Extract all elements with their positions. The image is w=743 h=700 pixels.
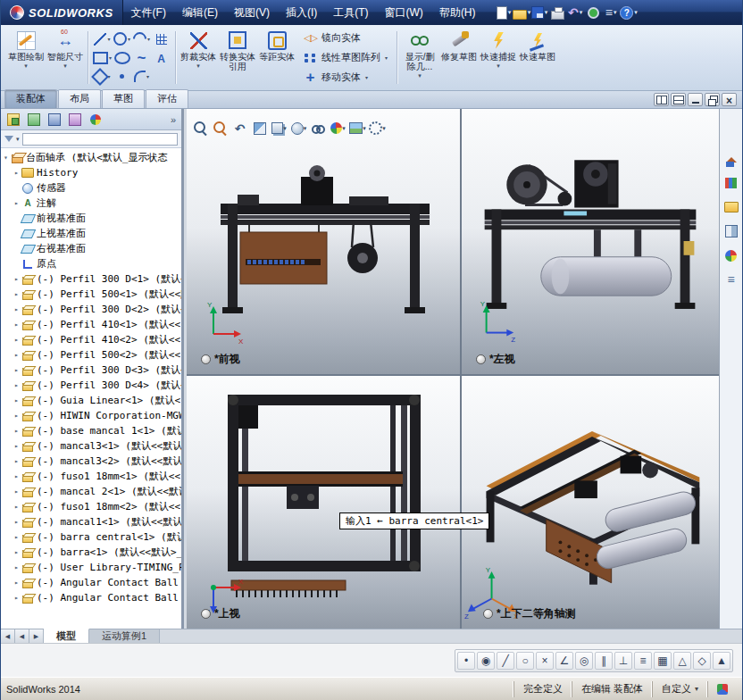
tree-item[interactable]: ▸ 注解	[1, 196, 181, 211]
window-control-button[interactable]	[654, 93, 669, 106]
sketch-tool-button[interactable]: ▾	[93, 30, 112, 48]
view-toolbar-button[interactable]: ▾	[369, 120, 386, 137]
expander-icon[interactable]: ▸	[12, 366, 21, 374]
window-control-button[interactable]	[722, 93, 737, 106]
tree-item[interactable]: 右视基准面	[1, 241, 181, 256]
panel-tab[interactable]	[46, 111, 63, 128]
tree-item[interactable]: ▸ (-) User Library-TIMING_PU	[1, 560, 181, 575]
ribbon-large-button[interactable]: 转换实体引用	[218, 27, 257, 88]
snap-button[interactable]: ×	[536, 652, 554, 670]
expander-icon[interactable]: ▸	[12, 381, 21, 389]
window-control-button[interactable]	[705, 93, 720, 106]
snap-button[interactable]: ◇	[693, 652, 711, 670]
tree-item[interactable]: ▸ (-) Perfil 300 D<1> (默认<	[1, 271, 181, 287]
snap-button[interactable]: ◎	[575, 652, 593, 670]
view-toolbar-button[interactable]	[212, 120, 229, 137]
snap-button[interactable]: ⊥	[614, 652, 632, 670]
window-control-button[interactable]	[671, 93, 686, 106]
menu-item[interactable]: 文件(F)	[123, 0, 174, 25]
tree-item[interactable]: ▸ (-) Perfil 500<1> (默认<<默	[1, 287, 181, 302]
ribbon-large-button[interactable]: 快速捕捉 ▾	[479, 27, 518, 88]
menu-item[interactable]: 工具(T)	[325, 0, 376, 25]
tree-item[interactable]: ▸ (-) fuso1 18mm<2> (默认<<	[1, 499, 181, 514]
expander-icon[interactable]: ▸	[12, 199, 21, 207]
quick-toolbar-button[interactable]: ▾	[514, 5, 530, 21]
task-pane-tab[interactable]	[722, 246, 740, 264]
snap-button[interactable]: ∠	[555, 652, 573, 670]
ribbon-large-button[interactable]: 显示/删除几... ▾	[400, 27, 439, 88]
panel-tab[interactable]	[4, 111, 21, 128]
view-toolbar-button[interactable]	[192, 120, 209, 137]
expander-icon[interactable]: ▸	[12, 427, 21, 435]
tree-item[interactable]: ▸ (-) base mancal 1<1> (默认	[1, 423, 181, 438]
tree-item[interactable]: ▸ (-) Perfil 410<1> (默认<<	[1, 317, 181, 332]
expander-icon[interactable]: ▸	[12, 321, 21, 329]
sketch-tool-button[interactable]: ▾	[93, 49, 112, 67]
tree-item[interactable]: ▸ (-) mancal 2<1> (默认<<默认	[1, 484, 181, 499]
tree-item[interactable]: 传感器	[1, 180, 181, 196]
menu-item[interactable]: 帮助(H)	[431, 0, 484, 25]
tree-item[interactable]: ▸ History	[1, 165, 181, 180]
model-tab[interactable]: 运动算例1	[89, 629, 160, 643]
snap-button[interactable]: ╱	[497, 652, 514, 670]
tree-root-item[interactable]: ▾ 台面轴承 (默认<默认_显示状态	[1, 150, 181, 165]
tree-item[interactable]: ▸ (-) fuso1 18mm<1> (默认<<	[1, 469, 181, 484]
view-toolbar-button[interactable]: ▾	[271, 120, 288, 137]
expander-icon[interactable]: ▸	[12, 351, 21, 359]
expander-icon[interactable]: ▸	[12, 518, 21, 526]
ribbon-stack-button[interactable]: 镜向实体	[299, 29, 391, 47]
snap-button[interactable]: ▦	[654, 652, 672, 670]
menu-item[interactable]: 视图(V)	[226, 0, 278, 25]
sketch-tool-button[interactable]	[113, 68, 131, 86]
expander-icon[interactable]: ▸	[12, 533, 21, 541]
view-toolbar-button[interactable]: ▾	[349, 120, 366, 137]
tab-scroll-button[interactable]: ◀	[1, 629, 15, 643]
command-tab[interactable]: 草图	[102, 89, 145, 108]
status-tray[interactable]	[707, 681, 737, 697]
quick-toolbar-button[interactable]: ▾	[604, 5, 619, 21]
quick-toolbar-button[interactable]	[586, 5, 601, 21]
tree-item[interactable]: ▸ (-) Perfil 500<2> (默认<<	[1, 347, 181, 362]
model-tab[interactable]: 模型	[44, 629, 89, 643]
view-toolbar-button[interactable]	[231, 120, 248, 137]
sketch-tool-button[interactable]	[132, 49, 151, 67]
ribbon-large-button[interactable]: 等距实体	[257, 27, 296, 88]
ribbon-large-button[interactable]: 快速草图	[518, 27, 557, 88]
snap-button[interactable]: △	[673, 652, 691, 670]
panel-overflow-chevron[interactable]: »	[171, 114, 178, 125]
view-toolbar-button[interactable]	[251, 120, 268, 137]
expander-icon[interactable]: ▸	[12, 442, 21, 450]
expander-icon[interactable]: ▸	[12, 594, 21, 602]
command-tab[interactable]: 评估	[146, 89, 188, 108]
tree-item[interactable]: ▸ (-) Angular Contact Ball B	[1, 590, 181, 605]
tree-item[interactable]: ▸ (-) mancal3<2> (默认<<默认>	[1, 454, 181, 469]
filter-input[interactable]	[22, 133, 178, 146]
snap-button[interactable]: ▲	[713, 652, 730, 670]
menu-item[interactable]: 编辑(E)	[174, 0, 226, 25]
filter-funnel-icon[interactable]	[4, 136, 13, 146]
panel-tab[interactable]	[66, 111, 83, 128]
expander-icon[interactable]: ▸	[12, 472, 21, 480]
quick-toolbar-button[interactable]	[550, 5, 565, 21]
ribbon-large-button[interactable]: 智能尺寸 ▾	[46, 27, 85, 88]
tree-item[interactable]: ▸ (-) Perfil 300 D<2> (默认<	[1, 302, 181, 317]
view-toolbar-button[interactable]: ▾	[330, 120, 346, 137]
sketch-tool-button[interactable]: ▾	[93, 68, 112, 86]
expander-icon[interactable]: ▸	[12, 169, 21, 177]
tree-item[interactable]: ▸ (-) barra<1> (默认<<默认>_	[1, 545, 181, 560]
tree-item[interactable]: ▸ (-) mancal1<1> (默认<<默认>	[1, 514, 181, 529]
snap-button[interactable]: ◉	[477, 652, 495, 670]
tree-item[interactable]: 上视基准面	[1, 226, 181, 241]
view-toolbar-button[interactable]: ▾	[290, 120, 307, 137]
expander-icon[interactable]: ▸	[12, 503, 21, 511]
expander-icon[interactable]: ▸	[12, 336, 21, 344]
expander-icon[interactable]: ▸	[12, 275, 21, 283]
sketch-tool-button[interactable]	[152, 30, 171, 48]
command-tab[interactable]: 布局	[58, 89, 101, 108]
expander-icon[interactable]: ▸	[12, 412, 21, 420]
sketch-tool-button[interactable]: ▾	[132, 30, 151, 48]
tree-item[interactable]: ▸ (-) barra central<1> (默认	[1, 529, 181, 545]
tree-item[interactable]: ▸ (-) Perfil 410<2> (默认<<	[1, 332, 181, 347]
viewport-front[interactable]: YX *前视	[187, 109, 460, 374]
tab-scroll-button[interactable]: ◀	[15, 629, 29, 643]
